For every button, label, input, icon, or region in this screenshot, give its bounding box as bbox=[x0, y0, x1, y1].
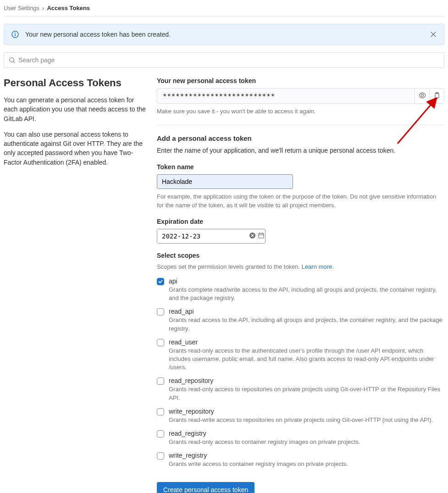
token-value-input[interactable] bbox=[157, 89, 415, 103]
clipboard-icon bbox=[433, 92, 441, 100]
token-save-hint: Make sure you save it - you won't be abl… bbox=[157, 107, 444, 116]
search-icon bbox=[9, 57, 16, 64]
scope-desc: Grants complete read/write access to the… bbox=[169, 286, 444, 302]
alert-message: Your new personal access token has been … bbox=[25, 31, 171, 38]
copy-token-button[interactable] bbox=[429, 89, 444, 103]
create-token-button[interactable]: Create personal access token bbox=[157, 482, 254, 493]
clear-icon bbox=[249, 232, 256, 240]
scope-name[interactable]: write_repository bbox=[169, 408, 444, 415]
search-input[interactable] bbox=[18, 56, 439, 64]
scope-desc: Grants read-write access to repositories… bbox=[169, 416, 444, 424]
scope-name[interactable]: read_api bbox=[169, 308, 444, 315]
scopes-desc: Scopes set the permission levels granted… bbox=[157, 263, 444, 271]
divider bbox=[157, 125, 444, 125]
token-name-label: Token name bbox=[157, 163, 444, 171]
scope-item-read_repository: read_repositoryGrants read-only access t… bbox=[157, 377, 444, 402]
scope-name[interactable]: write_registry bbox=[169, 452, 444, 459]
scope-checkbox-read_user[interactable] bbox=[157, 339, 164, 346]
scope-item-read_user: read_userGrants read-only access to the … bbox=[157, 338, 444, 372]
scope-item-read_api: read_apiGrants read access to the API, i… bbox=[157, 308, 444, 332]
scope-desc: Grants read access to the API, including… bbox=[169, 316, 444, 332]
svg-point-4 bbox=[421, 94, 423, 96]
learn-more-link[interactable]: Learn more. bbox=[302, 263, 334, 270]
scope-checkbox-read_repository[interactable] bbox=[157, 377, 164, 385]
scope-item-api: apiGrants complete read/write access to … bbox=[157, 277, 444, 302]
scope-desc: Grants read-only access to container reg… bbox=[169, 438, 444, 446]
expiration-input[interactable] bbox=[157, 229, 249, 243]
breadcrumb: User Settings › Access Tokens bbox=[4, 4, 444, 17]
expiration-label: Expiration date bbox=[157, 218, 444, 225]
chevron-right-icon: › bbox=[42, 5, 44, 11]
reveal-token-button[interactable] bbox=[415, 89, 429, 103]
scope-name[interactable]: read_repository bbox=[169, 377, 444, 384]
new-token-label: Your new personal access token bbox=[157, 77, 444, 84]
clear-date-button[interactable] bbox=[249, 232, 257, 240]
scope-checkbox-read_registry[interactable] bbox=[157, 430, 164, 438]
token-name-hint: For example, the application using the t… bbox=[157, 193, 444, 209]
sidebar-description: Personal Access Tokens You can generate … bbox=[4, 77, 146, 493]
expiration-field[interactable] bbox=[157, 229, 265, 244]
add-token-desc: Enter the name of your application, and … bbox=[157, 146, 444, 155]
scope-name[interactable]: read_user bbox=[169, 338, 444, 346]
sidebar-para2: You can also use personal access tokens … bbox=[4, 130, 146, 167]
info-icon bbox=[11, 31, 19, 38]
token-display bbox=[157, 88, 444, 104]
scope-name[interactable]: read_registry bbox=[169, 430, 444, 437]
token-name-input[interactable] bbox=[157, 174, 293, 189]
scope-name[interactable]: api bbox=[169, 277, 444, 285]
svg-rect-2 bbox=[15, 34, 16, 36]
calendar-icon bbox=[258, 232, 265, 240]
sidebar-para1: You can generate a personal access token… bbox=[4, 95, 146, 123]
calendar-button[interactable] bbox=[257, 232, 265, 240]
add-token-heading: Add a personal access token bbox=[157, 134, 444, 142]
breadcrumb-parent[interactable]: User Settings bbox=[4, 5, 39, 11]
scope-checkbox-write_registry[interactable] bbox=[157, 452, 164, 460]
scope-item-write_registry: write_registryGrants write access to con… bbox=[157, 452, 444, 468]
scope-checkbox-read_api[interactable] bbox=[157, 308, 164, 316]
scope-desc: Grants read-only access to repositories … bbox=[169, 385, 444, 402]
svg-point-1 bbox=[15, 33, 16, 33]
breadcrumb-current: Access Tokens bbox=[47, 5, 90, 11]
page-title: Personal Access Tokens bbox=[4, 77, 146, 89]
success-alert: Your new personal access token has been … bbox=[4, 24, 444, 45]
scope-checkbox-write_repository[interactable] bbox=[157, 408, 164, 415]
scope-desc: Grants write access to container registr… bbox=[169, 460, 444, 468]
svg-rect-9 bbox=[259, 233, 264, 238]
scope-checkbox-api[interactable] bbox=[157, 278, 164, 285]
search-page[interactable] bbox=[4, 52, 444, 68]
scope-item-write_repository: write_repositoryGrants read-write access… bbox=[157, 408, 444, 424]
scope-item-read_registry: read_registryGrants read-only access to … bbox=[157, 430, 444, 446]
eye-icon bbox=[419, 92, 426, 100]
scope-desc: Grants read-only access to the authentic… bbox=[169, 347, 444, 372]
close-icon[interactable] bbox=[430, 31, 437, 38]
scopes-heading: Select scopes bbox=[157, 252, 444, 259]
